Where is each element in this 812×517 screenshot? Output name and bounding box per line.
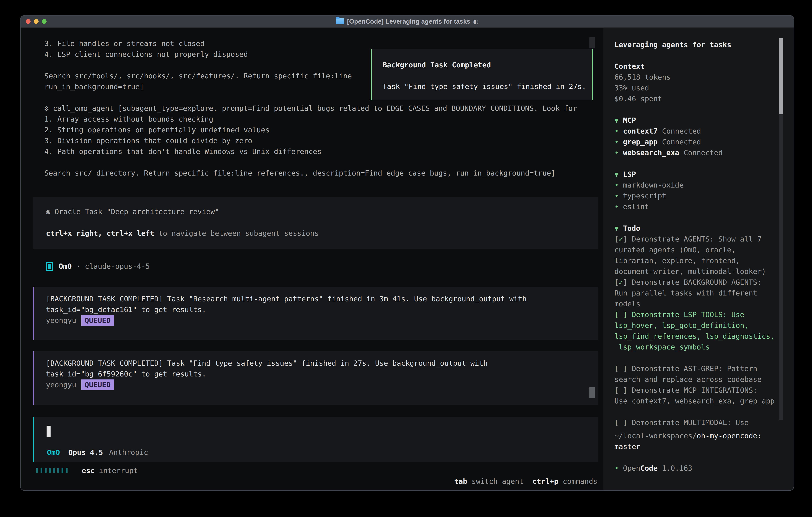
terminal-line: ⚙ call_omo_agent [subagent_type=explore,… <box>45 103 577 114</box>
todo-line-active: [ ] Demonstrate LSP TOOLS: Use <box>614 309 744 320</box>
task-line: [BACKGROUND TASK COMPLETED] Task "Resear… <box>46 294 598 304</box>
session-title: Leveraging agents for tasks <box>614 39 731 50</box>
bullet-icon: • <box>614 463 623 473</box>
app-window: [OpenCode] Leveraging agents for tasks ◐… <box>20 15 794 491</box>
separator-dot: · <box>76 261 81 272</box>
tool-call-text: call_omo_agent [subagent_type=explore, p… <box>49 104 577 112</box>
tab-key-hint: tab <box>454 477 467 485</box>
todo-line: [✓] Demonstrate BACKGROUND AGENTS: <box>614 277 762 288</box>
lsp-section-header[interactable]: ▼LSP <box>614 169 636 180</box>
status-badge: QUEUED <box>81 315 114 326</box>
mcp-item: •grep_appConnected <box>614 137 701 147</box>
half-circle-icon: ◐ <box>473 18 478 25</box>
window-titlebar[interactable]: [OpenCode] Leveraging agents for tasks ◐ <box>21 16 793 28</box>
mcp-item: •websearch_exaConnected <box>614 147 723 158</box>
input-provider-label: Anthropic <box>109 447 148 458</box>
todo-line: Run parallel tasks with different <box>614 288 757 298</box>
chevron-down-icon: ▼ <box>614 223 623 234</box>
todo-line: [ ] Demonstrate MCP INTEGRATIONS: <box>614 385 757 396</box>
text-cursor <box>47 426 51 437</box>
context-tokens: 66,518 tokens <box>614 72 671 83</box>
todo-line: curated agents (OmO, oracle, <box>614 245 736 255</box>
mcp-section-header[interactable]: ▼MCP <box>614 115 636 126</box>
check-icon: ✓ <box>619 235 623 243</box>
todo-line-active: lsp_workspace_symbols <box>614 342 710 352</box>
workspace-path: ~/local-workspaces/oh-my-opencode: <box>614 430 762 441</box>
task-user: yeongyu <box>46 316 76 324</box>
sidebar-scrollbar-track[interactable] <box>779 114 783 420</box>
task-result-card: [BACKGROUND TASK COMPLETED] Task "Find t… <box>33 351 598 405</box>
folder-icon <box>336 19 344 24</box>
todo-line: [✓] Demonstrate AGENTS: Show all 7 <box>614 234 762 245</box>
todo-section-header[interactable]: ▼Todo <box>614 223 640 234</box>
notification-body: Task "Find type safety issues" finished … <box>383 81 592 92</box>
todo-line: [ ] Demonstrate AST-GREP: Pattern <box>614 363 757 374</box>
prompt-input[interactable]: OmO Opus 4.5 Anthropic <box>33 417 598 462</box>
bullet-icon: • <box>614 147 623 158</box>
window-title: [OpenCode] Leveraging agents for tasks <box>347 18 470 25</box>
chevron-down-icon: ▼ <box>614 115 623 126</box>
radio-icon: ◉ <box>46 208 50 216</box>
ctrlp-key-label: commands <box>563 477 598 485</box>
task-result-card: [BACKGROUND TASK COMPLETED] Task "Resear… <box>33 287 598 340</box>
sidebar-scrollbar-thumb[interactable] <box>779 38 783 114</box>
terminal-line <box>45 157 577 168</box>
task-line: task_id="bg_dcfac161" to get results. <box>46 304 598 315</box>
agent-name: OmO <box>59 261 72 272</box>
bullet-icon: • <box>614 201 623 212</box>
agent-model: claude-opus-4-5 <box>85 261 150 272</box>
mcp-item: •context7Connected <box>614 126 701 137</box>
terminal-main-pane: 3. File handles or streams not closed 4.… <box>21 28 603 490</box>
chevron-down-icon: ▼ <box>614 169 623 180</box>
todo-line: search and replace across codebase <box>614 374 762 385</box>
bullet-icon: • <box>614 126 623 137</box>
scrollbar-thumb[interactable] <box>589 37 594 48</box>
minimize-window-button[interactable] <box>34 19 38 24</box>
agent-session-header[interactable]: OmO · claude-opus-4-5 <box>46 261 150 272</box>
input-model-label[interactable]: Opus 4.5 <box>68 447 103 458</box>
bullet-icon: • <box>614 137 623 147</box>
zoom-window-button[interactable] <box>42 19 47 24</box>
bullet-icon: • <box>614 191 623 201</box>
todo-line-active: lsp_hover, lsp_goto_definition, <box>614 320 749 331</box>
check-icon: ✓ <box>619 278 623 286</box>
notification-title: Background Task Completed <box>383 60 592 71</box>
task-user: yeongyu <box>46 381 76 389</box>
lsp-item: •typescript <box>614 191 666 201</box>
terminal-line: 4. Path operations that don't handle Win… <box>45 146 577 157</box>
status-bar: esc interrupt tabswitch agentctrl+pcomma… <box>21 465 603 476</box>
background-task-notification: Background Task Completed Task "Find typ… <box>371 49 593 100</box>
todo-line: Use context7, websearch_exa, grep_app <box>614 396 775 406</box>
todo-line: librarian, explore, frontend, <box>614 255 740 266</box>
workspace-branch: master <box>614 441 640 452</box>
shortcut-keys: ctrl+x right, ctrl+x left <box>46 229 154 237</box>
close-window-button[interactable] <box>26 19 31 24</box>
sidebar-pane: Leveraging agents for tasks Context 66,5… <box>603 28 793 490</box>
traffic-lights <box>26 16 47 27</box>
todo-line: [ ] Demonstrate MULTIMODAL: Use <box>614 417 749 428</box>
terminal-line: 3. File handles or streams not closed <box>45 38 577 49</box>
task-line: task_id="bg_6f59260c" to get results. <box>46 369 598 379</box>
terminal-line: 2. String operations on potentially unde… <box>45 125 577 135</box>
esc-key-hint: esc <box>82 465 95 476</box>
terminal-line: 1. Array access without bounds checking <box>45 114 577 125</box>
ctrlp-key-hint: ctrl+p <box>532 477 558 485</box>
lsp-item: •markdown-oxide <box>614 180 684 191</box>
context-heading: Context <box>614 61 645 72</box>
terminal-line: 3. Division operations that could divide… <box>45 135 577 146</box>
input-agent-label: OmO <box>47 447 60 458</box>
spinner-dots <box>36 468 69 472</box>
lsp-item: •eslint <box>614 201 649 212</box>
status-badge: QUEUED <box>81 379 114 390</box>
tab-key-label: switch agent <box>471 477 523 485</box>
todo-line: document-writer, multimodal-looker) <box>614 266 766 277</box>
oracle-task-title: Oracle Task "Deep architecture review" <box>50 208 219 216</box>
bullet-icon: • <box>614 180 623 191</box>
todo-line: models <box>614 298 640 309</box>
oracle-task-card: ◉ Oracle Task "Deep architecture review"… <box>33 197 598 249</box>
agent-checkbox-icon <box>46 262 53 271</box>
task-line: [BACKGROUND TASK COMPLETED] Task "Find t… <box>46 358 598 369</box>
version-line: •OpenCode 1.0.163 <box>614 463 692 473</box>
scrollbar-thumb[interactable] <box>589 387 594 398</box>
context-used: 33% used <box>614 83 649 93</box>
